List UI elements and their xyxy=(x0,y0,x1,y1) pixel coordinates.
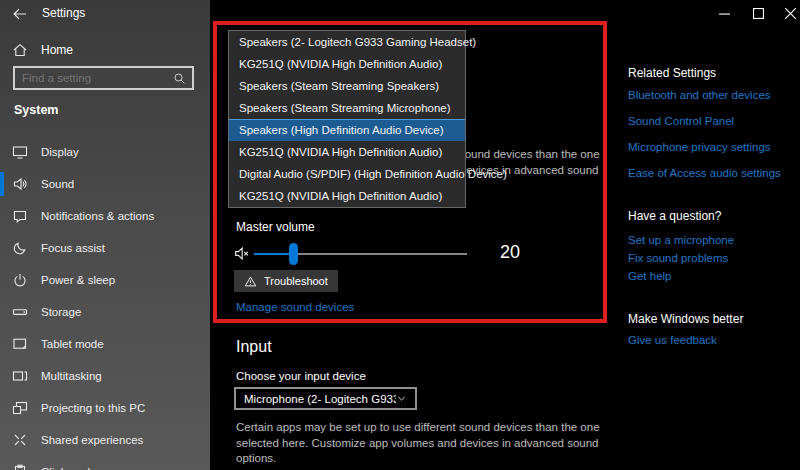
related-settings-link[interactable]: Bluetooth and other devices xyxy=(628,89,771,101)
sidebar-item-label: Tablet mode xyxy=(41,338,104,350)
sidebar-item[interactable]: Tablet mode xyxy=(0,328,210,360)
sidebar-item-label: Clipboard xyxy=(41,466,90,470)
feedback-link[interactable]: Give us feedback xyxy=(628,334,717,346)
have-a-question-heading: Have a question? xyxy=(628,209,721,223)
input-description: Certain apps may be set up to use differ… xyxy=(236,420,600,467)
home-icon xyxy=(12,42,28,58)
search-input[interactable] xyxy=(15,72,173,84)
make-windows-better-heading: Make Windows better xyxy=(628,312,743,326)
master-volume-label: Master volume xyxy=(236,220,315,234)
focus-assist-icon xyxy=(12,240,28,256)
settings-window: Settings Home System Display xyxy=(0,0,800,470)
minimize-button[interactable] xyxy=(709,0,739,26)
output-device-option[interactable]: Speakers (2- Logitech G933 Gaming Headse… xyxy=(229,31,465,53)
sidebar-item[interactable]: Power & sleep xyxy=(0,264,210,296)
sidebar-item[interactable]: Multitasking xyxy=(0,360,210,392)
back-arrow-icon xyxy=(12,6,28,22)
related-settings-link[interactable]: Sound Control Panel xyxy=(628,115,734,127)
help-link[interactable]: Fix sound problems xyxy=(628,252,728,264)
notifications-icon xyxy=(12,208,28,224)
output-device-option[interactable]: Speakers (High Definition Audio Device) xyxy=(229,119,465,141)
display-icon xyxy=(12,144,28,160)
shared-experiences-icon xyxy=(12,432,28,448)
mute-speaker-icon[interactable] xyxy=(233,245,250,266)
output-device-option[interactable]: KG251Q (NVIDIA High Definition Audio) xyxy=(229,141,465,163)
maximize-button[interactable] xyxy=(743,0,773,26)
master-volume-slider[interactable] xyxy=(254,253,467,255)
sidebar-nav: Display Sound Notifications & actions Fo… xyxy=(0,136,210,470)
sidebar-item[interactable]: Clipboard xyxy=(0,456,210,470)
output-device-option[interactable]: Speakers (Steam Streaming Speakers) xyxy=(229,75,465,97)
storage-icon xyxy=(12,304,28,320)
description-line: Certain apps may be set up to use differ… xyxy=(236,420,600,436)
sidebar-item-label: Power & sleep xyxy=(41,274,115,286)
master-volume-slider-thumb[interactable] xyxy=(289,243,298,265)
back-button[interactable] xyxy=(9,5,31,23)
close-button[interactable] xyxy=(775,0,800,26)
sidebar-item-label: Multitasking xyxy=(41,370,102,382)
sidebar-item[interactable]: Focus assist xyxy=(0,232,210,264)
sidebar-item-label: Projecting to this PC xyxy=(41,402,145,414)
input-device-select[interactable]: Microphone (2- Logitech G933 Gami... xyxy=(234,387,417,410)
selection-accent-bar xyxy=(0,172,4,196)
description-line: options. xyxy=(236,451,600,467)
projecting-icon xyxy=(12,400,28,416)
choose-input-device-label: Choose your input device xyxy=(236,370,366,382)
input-section-heading: Input xyxy=(236,338,272,356)
sidebar-item-label: Notifications & actions xyxy=(41,210,154,222)
master-volume-value: 20 xyxy=(500,242,520,263)
tablet-mode-icon xyxy=(12,336,28,352)
window-title: Settings xyxy=(42,6,85,20)
troubleshoot-button[interactable]: Troubleshoot xyxy=(234,270,338,292)
description-line: selected here. Customize app volumes and… xyxy=(236,436,600,452)
input-device-value: Microphone (2- Logitech G933 Gami... xyxy=(244,393,396,405)
main-content: Certain apps may be set up to use differ… xyxy=(210,0,800,470)
sidebar-item-label: Focus assist xyxy=(41,242,105,254)
sidebar-item-home[interactable]: Home xyxy=(0,37,210,62)
power-icon xyxy=(12,272,28,288)
output-device-option[interactable]: Digital Audio (S/PDIF) (High Definition … xyxy=(229,163,465,185)
troubleshoot-label: Troubleshoot xyxy=(264,275,328,287)
related-settings-link[interactable]: Ease of Access audio settings xyxy=(628,167,781,179)
chevron-down-icon xyxy=(396,393,407,404)
output-device-option[interactable]: Speakers (Steam Streaming Microphone) xyxy=(229,97,465,119)
related-settings-link[interactable]: Microphone privacy settings xyxy=(628,141,771,153)
make-windows-better-links: Give us feedback xyxy=(628,331,717,349)
sidebar-item-label: Display xyxy=(41,146,79,158)
output-device-option[interactable]: KG251Q (NVIDIA High Definition Audio) xyxy=(229,53,465,75)
sidebar-item-label: Shared experiences xyxy=(41,434,143,446)
manage-sound-devices-link[interactable]: Manage sound devices xyxy=(236,301,354,313)
sidebar: Settings Home System Display xyxy=(0,0,210,470)
sidebar-item[interactable]: Sound xyxy=(0,168,210,200)
search-box xyxy=(13,66,194,90)
output-device-option[interactable]: KG251Q (NVIDIA High Definition Audio) xyxy=(229,185,465,207)
related-settings-heading: Related Settings xyxy=(628,66,716,80)
clipboard-icon xyxy=(12,464,28,470)
sidebar-item[interactable]: Shared experiences xyxy=(0,424,210,456)
sidebar-item[interactable]: Projecting to this PC xyxy=(0,392,210,424)
output-device-dropdown: Speakers (2- Logitech G933 Gaming Headse… xyxy=(228,30,466,208)
multitasking-icon xyxy=(12,368,28,384)
sidebar-item-label: Storage xyxy=(41,306,81,318)
sidebar-item[interactable]: Notifications & actions xyxy=(0,200,210,232)
slider-fill xyxy=(254,253,294,255)
sidebar-item[interactable]: Storage xyxy=(0,296,210,328)
help-link[interactable]: Get help xyxy=(628,270,671,282)
sidebar-item-label: Sound xyxy=(41,178,74,190)
sidebar-home-label: Home xyxy=(41,43,73,57)
warning-triangle-icon xyxy=(244,275,257,288)
sidebar-item[interactable]: Display xyxy=(0,136,210,168)
have-a-question-links: Set up a microphoneFix sound problemsGet… xyxy=(628,231,734,285)
related-settings-links: Bluetooth and other devicesSound Control… xyxy=(628,82,781,186)
search-icon xyxy=(173,72,186,85)
sound-icon xyxy=(12,176,28,192)
help-link[interactable]: Set up a microphone xyxy=(628,234,734,246)
sidebar-section-title: System xyxy=(14,103,58,117)
